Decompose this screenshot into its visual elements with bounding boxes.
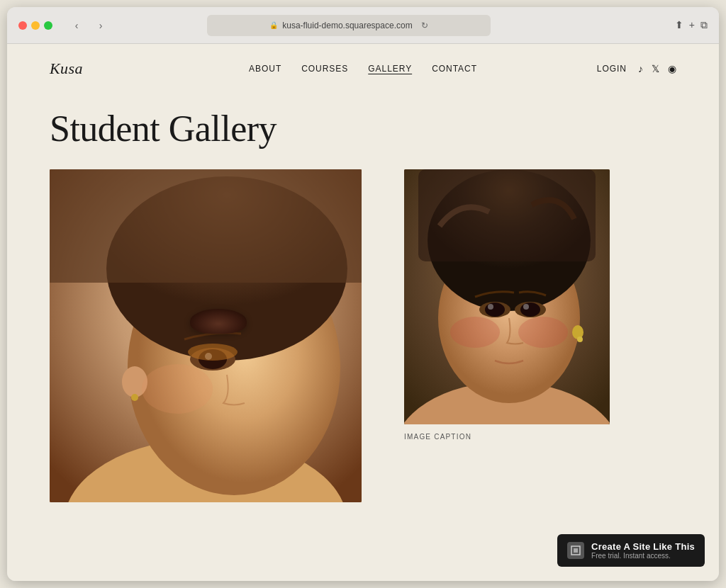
url-text: kusa-fluid-demo.squarespace.com — [282, 21, 412, 30]
svg-point-21 — [520, 303, 540, 317]
svg-point-8 — [188, 344, 238, 361]
svg-rect-4 — [50, 169, 362, 283]
minimize-button[interactable] — [31, 21, 40, 30]
main-nav: Kusa ABOUT COURSES GALLERY CONTACT LOGIN… — [7, 44, 719, 94]
tabs-icon[interactable]: ⧉ — [700, 19, 708, 31]
nav-gallery[interactable]: GALLERY — [368, 64, 412, 74]
traffic-lights — [18, 21, 52, 30]
photo-svg-left — [50, 169, 362, 502]
svg-point-26 — [577, 337, 583, 342]
refresh-icon[interactable]: ↻ — [421, 21, 428, 30]
svg-rect-28 — [574, 548, 578, 553]
nav-contact[interactable]: CONTACT — [432, 64, 477, 74]
tiktok-icon[interactable]: ♪ — [638, 63, 643, 74]
new-tab-icon[interactable]: + — [689, 19, 695, 31]
squarespace-icon — [567, 542, 584, 559]
back-button[interactable]: ‹ — [67, 18, 86, 33]
svg-point-10 — [131, 394, 138, 401]
browser-nav-controls: ‹ › — [67, 18, 111, 33]
login-button[interactable]: LOGIN — [597, 64, 627, 74]
instagram-icon[interactable]: ◉ — [668, 63, 676, 74]
gallery-grid: IMAGE CAPTION — [50, 169, 676, 502]
photo-face-left — [50, 169, 362, 502]
svg-point-11 — [142, 364, 213, 414]
site-logo[interactable]: Kusa — [50, 60, 83, 78]
nav-about[interactable]: ABOUT — [249, 64, 281, 74]
gallery-image-left[interactable] — [50, 169, 362, 502]
image-caption: IMAGE CAPTION — [404, 433, 676, 441]
svg-rect-16 — [418, 169, 596, 261]
squarespace-badge[interactable]: Create A Site Like This Free trial. Inst… — [557, 534, 705, 567]
nav-links: ABOUT COURSES GALLERY CONTACT — [249, 64, 477, 74]
photo-svg-right — [404, 169, 610, 424]
svg-point-23 — [450, 317, 500, 348]
website-content: Kusa ABOUT COURSES GALLERY CONTACT LOGIN… — [7, 44, 719, 581]
badge-text: Create A Site Like This Free trial. Inst… — [591, 541, 695, 560]
browser-toolbar: ‹ › 🔒 kusa-fluid-demo.squarespace.com ↻ … — [7, 7, 719, 44]
main-content: Student Gallery — [7, 94, 719, 502]
gallery-right-column: IMAGE CAPTION — [404, 169, 676, 441]
share-icon[interactable]: ⬆ — [675, 19, 683, 31]
close-button[interactable] — [18, 21, 27, 30]
twitter-icon[interactable]: 𝕏 — [652, 63, 659, 74]
maximize-button[interactable] — [44, 21, 52, 30]
address-bar[interactable]: 🔒 kusa-fluid-demo.squarespace.com ↻ — [207, 15, 491, 36]
svg-point-19 — [488, 304, 493, 310]
badge-title: Create A Site Like This — [591, 541, 695, 552]
gallery-image-right[interactable] — [404, 169, 610, 424]
nav-right: LOGIN ♪ 𝕏 ◉ — [597, 63, 676, 74]
lock-icon: 🔒 — [269, 21, 278, 29]
badge-subtitle: Free trial. Instant access. — [591, 552, 695, 560]
social-icons: ♪ 𝕏 ◉ — [638, 63, 676, 74]
svg-point-18 — [485, 303, 505, 317]
nav-courses[interactable]: COURSES — [301, 64, 348, 74]
svg-point-24 — [518, 317, 568, 348]
browser-window: ‹ › 🔒 kusa-fluid-demo.squarespace.com ↻ … — [7, 7, 719, 581]
svg-point-22 — [523, 304, 529, 310]
page-title: Student Gallery — [50, 108, 676, 149]
forward-button[interactable]: › — [91, 18, 111, 33]
browser-actions: ⬆ + ⧉ — [675, 19, 708, 31]
